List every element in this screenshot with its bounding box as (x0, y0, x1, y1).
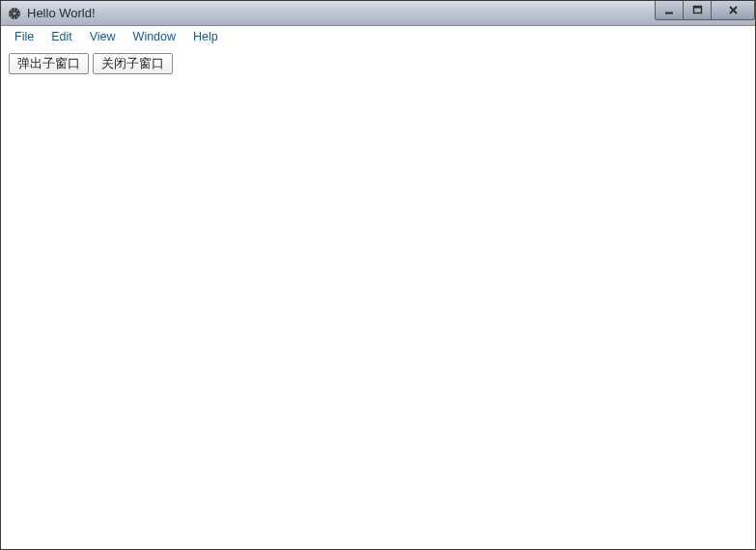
open-child-window-button[interactable]: 弹出子窗口 (9, 53, 89, 74)
close-button[interactable] (711, 1, 755, 20)
svg-rect-4 (693, 7, 701, 9)
window-title: Hello World! (27, 6, 96, 20)
menubar: File Edit View Window Help (1, 26, 755, 47)
menu-help[interactable]: Help (184, 28, 227, 45)
minimize-button[interactable] (655, 1, 684, 20)
svg-point-1 (13, 12, 16, 15)
titlebar[interactable]: Hello World! (1, 1, 755, 26)
maximize-button[interactable] (683, 1, 712, 20)
svg-rect-2 (665, 13, 673, 14)
button-row: 弹出子窗口 关闭子窗口 (9, 53, 747, 74)
menu-window[interactable]: Window (125, 28, 184, 45)
window-controls (656, 1, 755, 20)
app-icon (7, 6, 22, 21)
menu-edit[interactable]: Edit (42, 28, 81, 45)
maximize-icon (692, 5, 703, 15)
close-icon (728, 5, 739, 15)
close-child-window-button[interactable]: 关闭子窗口 (93, 53, 173, 74)
minimize-icon (664, 5, 675, 15)
menu-file[interactable]: File (6, 28, 42, 45)
menu-view[interactable]: View (81, 28, 125, 45)
app-window: Hello World! File Edit View (0, 0, 756, 550)
content-area: 弹出子窗口 关闭子窗口 (1, 47, 755, 549)
